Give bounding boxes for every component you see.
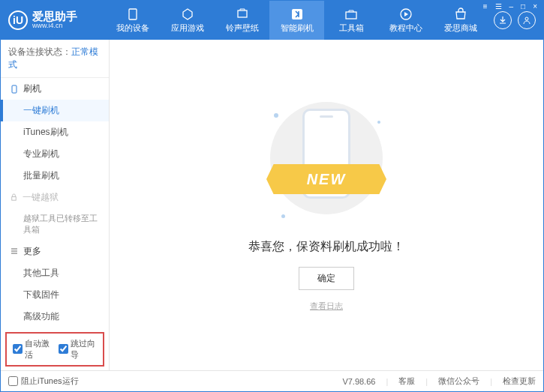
customer-service-link[interactable]: 客服 (398, 376, 415, 387)
lock-icon (10, 193, 18, 202)
sidebar-more-header[interactable]: 更多 (1, 241, 109, 262)
sidebar: 设备连接状态：正常模式 刷机 一键刷机iTunes刷机专业刷机批量刷机 一键越狱… (1, 40, 110, 370)
close-button[interactable]: × (531, 2, 539, 10)
tutorial-icon (399, 7, 413, 21)
statusbar: 阻止iTunes运行 V7.98.66 | 客服 | 微信公众号 | 检查更新 (1, 370, 543, 391)
sidebar-flash-item[interactable]: 一键刷机 (1, 100, 109, 121)
window-controls: ≡ ☰ – □ × (482, 2, 539, 10)
option-checkbox[interactable]: 跳过向导 (59, 338, 97, 361)
svg-rect-7 (12, 197, 17, 201)
ok-button[interactable]: 确定 (299, 267, 354, 290)
minimize-button[interactable]: – (508, 2, 515, 10)
sidebar-more-item[interactable]: 下载固件 (1, 284, 109, 306)
nav-store[interactable]: 爱思商城 (433, 1, 488, 40)
apps-icon (181, 7, 194, 21)
block-itunes-input[interactable] (8, 376, 18, 386)
user-area (494, 11, 536, 29)
new-ribbon: NEW (266, 164, 386, 194)
check-update-link[interactable]: 检查更新 (503, 376, 536, 387)
nav-tutorial[interactable]: 教程中心 (379, 1, 434, 40)
app-window: ≡ ☰ – □ × iU 爱思助手 www.i4.cn 我的设备应用游戏铃声壁纸… (0, 0, 544, 392)
sidebar-flash-item[interactable]: iTunes刷机 (1, 121, 109, 143)
checkbox-input[interactable] (13, 344, 23, 354)
main-nav: 我的设备应用游戏铃声壁纸智能刷机工具箱教程中心爱思商城 (106, 1, 488, 40)
flash-icon (290, 7, 304, 21)
option-checkbox[interactable]: 自动激活 (13, 338, 51, 361)
app-url: www.i4.cn (32, 22, 77, 30)
download-icon[interactable] (494, 11, 512, 29)
sidebar-flash-header[interactable]: 刷机 (1, 78, 109, 100)
version-label: V7.98.66 (342, 377, 375, 386)
options-highlight-box: 自动激活跳过向导 (5, 332, 104, 367)
nav-toolbox[interactable]: 工具箱 (324, 1, 379, 40)
connection-status: 设备连接状态：正常模式 (1, 40, 109, 78)
ringtone-icon (236, 7, 249, 21)
svg-rect-1 (238, 10, 247, 17)
nav-apps[interactable]: 应用游戏 (161, 1, 215, 40)
menu-icon[interactable]: ≡ (482, 2, 489, 10)
list-icon (10, 247, 19, 256)
app-title: 爱思助手 (32, 10, 77, 23)
nav-label: 铃声壁纸 (226, 22, 259, 34)
wechat-link[interactable]: 微信公众号 (438, 376, 479, 387)
status-label: 设备连接状态： (8, 46, 71, 57)
store-icon (454, 7, 467, 21)
sidebar-more-item[interactable]: 高级功能 (1, 306, 109, 328)
success-message: 恭喜您，保资料刷机成功啦！ (248, 239, 404, 255)
phone-icon (10, 85, 19, 94)
body: 设备连接状态：正常模式 刷机 一键刷机iTunes刷机专业刷机批量刷机 一键越狱… (1, 40, 543, 370)
app-logo: iU 爱思助手 www.i4.cn (8, 10, 106, 30)
device-icon (126, 7, 140, 21)
view-log-link[interactable]: 查看日志 (310, 301, 343, 312)
nav-label: 我的设备 (116, 22, 149, 34)
nav-label: 爱思商城 (444, 22, 477, 34)
svg-rect-3 (346, 12, 356, 19)
checkbox-input[interactable] (59, 344, 68, 354)
nav-flash[interactable]: 智能刷机 (269, 1, 324, 40)
sidebar-more-item[interactable]: 其他工具 (1, 262, 109, 284)
sidebar-flash-item[interactable]: 批量刷机 (1, 165, 109, 187)
nav-device[interactable]: 我的设备 (106, 1, 161, 40)
skin-icon[interactable]: ☰ (494, 2, 503, 10)
svg-rect-0 (129, 9, 137, 19)
maximize-button[interactable]: □ (519, 2, 527, 10)
svg-rect-2 (292, 9, 302, 19)
nav-label: 智能刷机 (281, 22, 314, 34)
sidebar-flash-item[interactable]: 专业刷机 (1, 143, 109, 165)
titlebar: iU 爱思助手 www.i4.cn 我的设备应用游戏铃声壁纸智能刷机工具箱教程中… (1, 1, 543, 40)
svg-rect-6 (12, 85, 17, 93)
success-illustration: NEW (259, 98, 394, 226)
nav-label: 应用游戏 (171, 22, 204, 34)
nav-label: 教程中心 (389, 22, 422, 34)
nav-label: 工具箱 (339, 22, 364, 34)
nav-ringtone[interactable]: 铃声壁纸 (215, 1, 269, 40)
main-content: NEW 恭喜您，保资料刷机成功啦！ 确定 查看日志 (110, 40, 543, 370)
svg-point-5 (525, 17, 528, 20)
jailbreak-note: 越狱工具已转移至工具箱 (1, 208, 109, 241)
user-icon[interactable] (518, 11, 536, 29)
logo-icon: iU (8, 10, 28, 30)
block-itunes-checkbox[interactable]: 阻止iTunes运行 (8, 376, 79, 387)
sidebar-jailbreak-header: 一键越狱 (1, 187, 109, 208)
toolbox-icon (344, 7, 358, 21)
